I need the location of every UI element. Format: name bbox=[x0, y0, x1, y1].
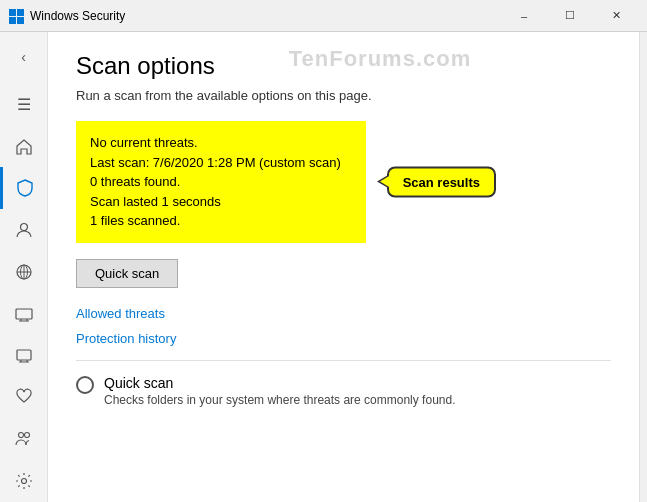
sidebar-item-app[interactable] bbox=[0, 293, 48, 335]
title-bar-title: Windows Security bbox=[30, 9, 501, 23]
svg-point-11 bbox=[21, 479, 26, 484]
quick-scan-button[interactable]: Quick scan bbox=[76, 259, 178, 288]
divider bbox=[76, 360, 611, 361]
svg-rect-0 bbox=[9, 9, 16, 16]
app-body: ‹ ☰ bbox=[0, 32, 647, 502]
scan-result-line1: No current threats. bbox=[90, 133, 352, 153]
scan-result-line2: Last scan: 7/6/2020 1:28 PM (custom scan… bbox=[90, 153, 352, 173]
scan-option-desc: Checks folders in your system where thre… bbox=[104, 393, 455, 407]
scan-result-line4: Scan lasted 1 seconds bbox=[90, 192, 352, 212]
page-title: Scan options bbox=[76, 52, 611, 80]
sidebar-item-shield[interactable] bbox=[0, 167, 48, 209]
scan-option-text: Quick scan Checks folders in your system… bbox=[104, 375, 455, 407]
sidebar-item-home[interactable] bbox=[0, 126, 48, 168]
app-icon bbox=[8, 8, 24, 24]
sidebar-item-family[interactable] bbox=[0, 418, 48, 460]
scan-results-box: No current threats. Last scan: 7/6/2020 … bbox=[76, 121, 366, 243]
svg-rect-2 bbox=[9, 17, 16, 24]
main-content: TenForums.com Scan options Run a scan fr… bbox=[48, 32, 639, 502]
title-bar: Windows Security – ☐ ✕ bbox=[0, 0, 647, 32]
svg-rect-1 bbox=[17, 9, 24, 16]
svg-point-9 bbox=[18, 433, 23, 438]
sidebar: ‹ ☰ bbox=[0, 32, 48, 502]
sidebar-menu-button[interactable]: ☰ bbox=[0, 84, 48, 126]
scan-result-line5: 1 files scanned. bbox=[90, 211, 352, 231]
allowed-threats-link[interactable]: Allowed threats bbox=[76, 306, 611, 321]
svg-point-10 bbox=[24, 433, 29, 438]
maximize-button[interactable]: ☐ bbox=[547, 0, 593, 32]
sidebar-item-account[interactable] bbox=[0, 209, 48, 251]
sidebar-item-firewall[interactable] bbox=[0, 251, 48, 293]
sidebar-item-health[interactable] bbox=[0, 377, 48, 419]
svg-point-4 bbox=[20, 224, 27, 231]
svg-rect-7 bbox=[16, 309, 32, 319]
scan-option-label: Quick scan bbox=[104, 375, 455, 391]
quick-scan-option[interactable]: Quick scan Checks folders in your system… bbox=[76, 375, 611, 407]
quick-scan-radio[interactable] bbox=[76, 376, 94, 394]
svg-rect-8 bbox=[17, 350, 31, 360]
svg-rect-3 bbox=[17, 17, 24, 24]
sidebar-back-button[interactable]: ‹ bbox=[0, 36, 48, 78]
protection-history-link[interactable]: Protection history bbox=[76, 331, 611, 346]
sidebar-item-settings[interactable] bbox=[0, 460, 48, 502]
callout-bubble: Scan results bbox=[387, 166, 496, 197]
window-controls: – ☐ ✕ bbox=[501, 0, 639, 32]
page-subtitle: Run a scan from the available options on… bbox=[76, 88, 611, 103]
scan-result-line3: 0 threats found. bbox=[90, 172, 352, 192]
scrollbar-track[interactable] bbox=[639, 32, 647, 502]
close-button[interactable]: ✕ bbox=[593, 0, 639, 32]
sidebar-item-device[interactable] bbox=[0, 335, 48, 377]
minimize-button[interactable]: – bbox=[501, 0, 547, 32]
